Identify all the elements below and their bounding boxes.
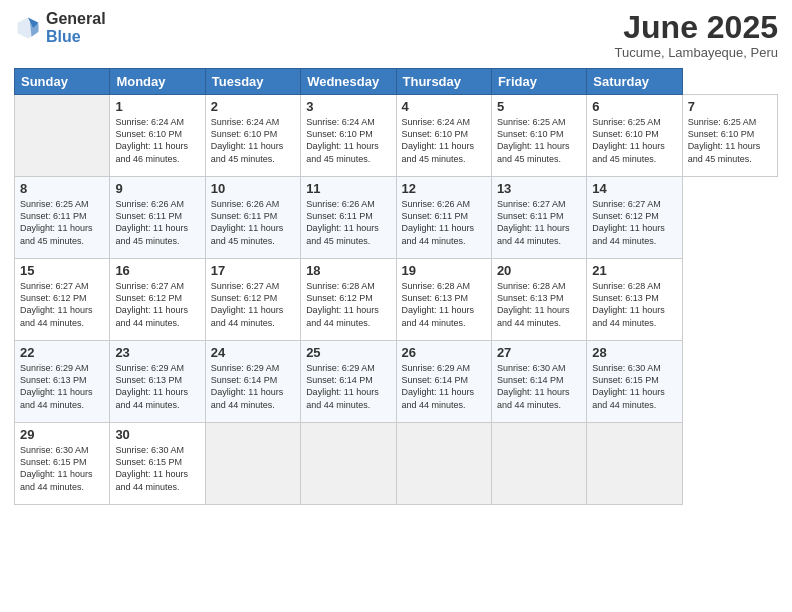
cell-text: Sunrise: 6:28 AMSunset: 6:13 PMDaylight:… — [402, 281, 475, 327]
table-row: 2 Sunrise: 6:24 AMSunset: 6:10 PMDayligh… — [205, 95, 300, 177]
table-row: 1 Sunrise: 6:24 AMSunset: 6:10 PMDayligh… — [110, 95, 205, 177]
table-row: 27 Sunrise: 6:30 AMSunset: 6:14 PMDaylig… — [491, 341, 586, 423]
table-row: 5 Sunrise: 6:25 AMSunset: 6:10 PMDayligh… — [491, 95, 586, 177]
cell-text: Sunrise: 6:24 AMSunset: 6:10 PMDaylight:… — [211, 117, 284, 163]
table-row — [396, 423, 491, 505]
table-row: 20 Sunrise: 6:28 AMSunset: 6:13 PMDaylig… — [491, 259, 586, 341]
cell-text: Sunrise: 6:30 AMSunset: 6:15 PMDaylight:… — [592, 363, 665, 409]
cell-text: Sunrise: 6:30 AMSunset: 6:14 PMDaylight:… — [497, 363, 570, 409]
day-number: 30 — [115, 427, 199, 442]
table-row: 21 Sunrise: 6:28 AMSunset: 6:13 PMDaylig… — [587, 259, 682, 341]
table-row: 10 Sunrise: 6:26 AMSunset: 6:11 PMDaylig… — [205, 177, 300, 259]
day-number: 14 — [592, 181, 676, 196]
cell-text: Sunrise: 6:25 AMSunset: 6:10 PMDaylight:… — [592, 117, 665, 163]
day-number: 27 — [497, 345, 581, 360]
cell-text: Sunrise: 6:28 AMSunset: 6:13 PMDaylight:… — [497, 281, 570, 327]
day-number: 7 — [688, 99, 772, 114]
day-number: 17 — [211, 263, 295, 278]
table-row: 28 Sunrise: 6:30 AMSunset: 6:15 PMDaylig… — [587, 341, 682, 423]
calendar-table: Sunday Monday Tuesday Wednesday Thursday… — [14, 68, 778, 505]
day-number: 5 — [497, 99, 581, 114]
day-number: 26 — [402, 345, 486, 360]
logo-blue-text: Blue — [46, 28, 106, 46]
table-row: 6 Sunrise: 6:25 AMSunset: 6:10 PMDayligh… — [587, 95, 682, 177]
table-row: 13 Sunrise: 6:27 AMSunset: 6:11 PMDaylig… — [491, 177, 586, 259]
table-row — [587, 423, 682, 505]
day-number: 9 — [115, 181, 199, 196]
cell-text: Sunrise: 6:28 AMSunset: 6:12 PMDaylight:… — [306, 281, 379, 327]
logo-general-text: General — [46, 10, 106, 28]
table-row: 23 Sunrise: 6:29 AMSunset: 6:13 PMDaylig… — [110, 341, 205, 423]
table-row: 8 Sunrise: 6:25 AMSunset: 6:11 PMDayligh… — [15, 177, 110, 259]
col-sunday: Sunday — [15, 69, 110, 95]
cell-text: Sunrise: 6:27 AMSunset: 6:12 PMDaylight:… — [20, 281, 93, 327]
day-number: 15 — [20, 263, 104, 278]
cell-text: Sunrise: 6:29 AMSunset: 6:13 PMDaylight:… — [20, 363, 93, 409]
day-number: 29 — [20, 427, 104, 442]
table-row: 17 Sunrise: 6:27 AMSunset: 6:12 PMDaylig… — [205, 259, 300, 341]
cell-text: Sunrise: 6:27 AMSunset: 6:12 PMDaylight:… — [211, 281, 284, 327]
cell-text: Sunrise: 6:26 AMSunset: 6:11 PMDaylight:… — [402, 199, 475, 245]
cell-text: Sunrise: 6:24 AMSunset: 6:10 PMDaylight:… — [115, 117, 188, 163]
col-wednesday: Wednesday — [301, 69, 396, 95]
logo-icon — [14, 14, 42, 42]
table-row: 4 Sunrise: 6:24 AMSunset: 6:10 PMDayligh… — [396, 95, 491, 177]
day-number: 6 — [592, 99, 676, 114]
day-number: 16 — [115, 263, 199, 278]
col-monday: Monday — [110, 69, 205, 95]
cell-text: Sunrise: 6:25 AMSunset: 6:10 PMDaylight:… — [688, 117, 761, 163]
table-row: 12 Sunrise: 6:26 AMSunset: 6:11 PMDaylig… — [396, 177, 491, 259]
logo: General Blue — [14, 10, 106, 45]
cell-text: Sunrise: 6:26 AMSunset: 6:11 PMDaylight:… — [115, 199, 188, 245]
cell-text: Sunrise: 6:26 AMSunset: 6:11 PMDaylight:… — [211, 199, 284, 245]
cell-text: Sunrise: 6:25 AMSunset: 6:11 PMDaylight:… — [20, 199, 93, 245]
cell-text: Sunrise: 6:30 AMSunset: 6:15 PMDaylight:… — [115, 445, 188, 491]
calendar-week-row: 8 Sunrise: 6:25 AMSunset: 6:11 PMDayligh… — [15, 177, 778, 259]
day-number: 2 — [211, 99, 295, 114]
table-row: 29 Sunrise: 6:30 AMSunset: 6:15 PMDaylig… — [15, 423, 110, 505]
day-number: 11 — [306, 181, 390, 196]
logo-text: General Blue — [46, 10, 106, 45]
calendar-week-row: 1 Sunrise: 6:24 AMSunset: 6:10 PMDayligh… — [15, 95, 778, 177]
day-number: 18 — [306, 263, 390, 278]
col-tuesday: Tuesday — [205, 69, 300, 95]
cell-text: Sunrise: 6:24 AMSunset: 6:10 PMDaylight:… — [306, 117, 379, 163]
header: General Blue June 2025 Tucume, Lambayequ… — [14, 10, 778, 60]
page: General Blue June 2025 Tucume, Lambayequ… — [0, 0, 792, 612]
table-row: 18 Sunrise: 6:28 AMSunset: 6:12 PMDaylig… — [301, 259, 396, 341]
cell-text: Sunrise: 6:27 AMSunset: 6:12 PMDaylight:… — [115, 281, 188, 327]
calendar-week-row: 15 Sunrise: 6:27 AMSunset: 6:12 PMDaylig… — [15, 259, 778, 341]
cell-text: Sunrise: 6:29 AMSunset: 6:14 PMDaylight:… — [402, 363, 475, 409]
table-row: 3 Sunrise: 6:24 AMSunset: 6:10 PMDayligh… — [301, 95, 396, 177]
day-number: 8 — [20, 181, 104, 196]
table-row: 25 Sunrise: 6:29 AMSunset: 6:14 PMDaylig… — [301, 341, 396, 423]
location: Tucume, Lambayeque, Peru — [614, 45, 778, 60]
table-row — [301, 423, 396, 505]
cell-text: Sunrise: 6:30 AMSunset: 6:15 PMDaylight:… — [20, 445, 93, 491]
col-thursday: Thursday — [396, 69, 491, 95]
day-number: 28 — [592, 345, 676, 360]
table-row: 16 Sunrise: 6:27 AMSunset: 6:12 PMDaylig… — [110, 259, 205, 341]
calendar-header-row: Sunday Monday Tuesday Wednesday Thursday… — [15, 69, 778, 95]
table-row — [205, 423, 300, 505]
col-saturday: Saturday — [587, 69, 682, 95]
table-row: 30 Sunrise: 6:30 AMSunset: 6:15 PMDaylig… — [110, 423, 205, 505]
table-row: 9 Sunrise: 6:26 AMSunset: 6:11 PMDayligh… — [110, 177, 205, 259]
table-row: 15 Sunrise: 6:27 AMSunset: 6:12 PMDaylig… — [15, 259, 110, 341]
cell-text: Sunrise: 6:26 AMSunset: 6:11 PMDaylight:… — [306, 199, 379, 245]
day-number: 19 — [402, 263, 486, 278]
table-row: 22 Sunrise: 6:29 AMSunset: 6:13 PMDaylig… — [15, 341, 110, 423]
day-number: 24 — [211, 345, 295, 360]
day-number: 25 — [306, 345, 390, 360]
cell-text: Sunrise: 6:29 AMSunset: 6:14 PMDaylight:… — [306, 363, 379, 409]
day-number: 23 — [115, 345, 199, 360]
table-row: 19 Sunrise: 6:28 AMSunset: 6:13 PMDaylig… — [396, 259, 491, 341]
cell-text: Sunrise: 6:25 AMSunset: 6:10 PMDaylight:… — [497, 117, 570, 163]
day-number: 21 — [592, 263, 676, 278]
table-row: 24 Sunrise: 6:29 AMSunset: 6:14 PMDaylig… — [205, 341, 300, 423]
calendar-week-row: 29 Sunrise: 6:30 AMSunset: 6:15 PMDaylig… — [15, 423, 778, 505]
cell-text: Sunrise: 6:29 AMSunset: 6:13 PMDaylight:… — [115, 363, 188, 409]
table-row: 7 Sunrise: 6:25 AMSunset: 6:10 PMDayligh… — [682, 95, 777, 177]
table-row: 11 Sunrise: 6:26 AMSunset: 6:11 PMDaylig… — [301, 177, 396, 259]
calendar-week-row: 22 Sunrise: 6:29 AMSunset: 6:13 PMDaylig… — [15, 341, 778, 423]
